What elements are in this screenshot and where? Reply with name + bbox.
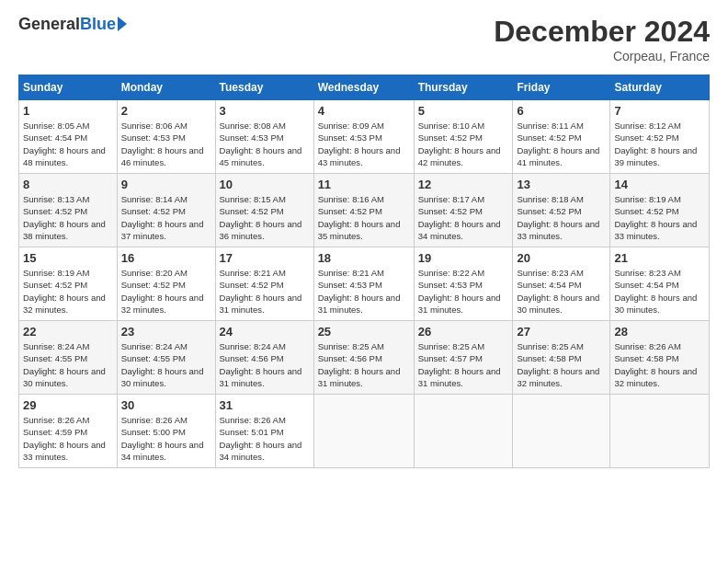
table-row [414,395,513,468]
day-number: 11 [318,178,410,191]
location-text: Corpeau, France [494,49,710,63]
day-info: Sunrise: 8:22 AMSunset: 4:53 PMDaylight:… [418,268,501,315]
day-info: Sunrise: 8:24 AMSunset: 4:55 PMDaylight:… [121,341,204,388]
col-wednesday: Wednesday [313,75,414,100]
table-row: 4 Sunrise: 8:09 AMSunset: 4:53 PMDayligh… [313,100,414,174]
day-number: 23 [121,325,211,339]
title-area: December 2024 Corpeau, France [494,15,710,63]
day-number: 18 [318,251,410,265]
day-number: 29 [23,398,113,412]
table-row: 21 Sunrise: 8:23 AMSunset: 4:54 PMDaylig… [610,247,710,321]
table-row: 23 Sunrise: 8:24 AMSunset: 4:55 PMDaylig… [117,321,215,395]
day-number: 1 [23,104,113,118]
day-info: Sunrise: 8:24 AMSunset: 4:55 PMDaylight:… [23,341,106,388]
table-row: 26 Sunrise: 8:25 AMSunset: 4:57 PMDaylig… [414,321,513,395]
day-number: 13 [517,178,606,191]
calendar-week-row: 22 Sunrise: 8:24 AMSunset: 4:55 PMDaylig… [19,321,710,395]
logo-blue-text: Blue [80,15,116,34]
day-info: Sunrise: 8:21 AMSunset: 4:53 PMDaylight:… [318,268,401,315]
day-number: 10 [220,178,310,191]
col-tuesday: Tuesday [215,75,313,100]
day-info: Sunrise: 8:09 AMSunset: 4:53 PMDaylight:… [318,121,401,167]
day-number: 26 [418,325,509,339]
day-info: Sunrise: 8:10 AMSunset: 4:52 PMDaylight:… [418,121,501,167]
day-number: 12 [418,178,509,191]
day-info: Sunrise: 8:18 AMSunset: 4:52 PMDaylight:… [517,194,599,241]
day-number: 24 [220,325,310,339]
day-number: 2 [121,104,211,118]
day-number: 16 [121,251,211,265]
day-info: Sunrise: 8:25 AMSunset: 4:57 PMDaylight:… [418,341,501,388]
table-row: 28 Sunrise: 8:26 AMSunset: 4:58 PMDaylig… [610,321,710,395]
col-friday: Friday [513,75,610,100]
day-number: 31 [220,398,310,412]
calendar-week-row: 8 Sunrise: 8:13 AMSunset: 4:52 PMDayligh… [19,174,710,247]
day-info: Sunrise: 8:25 AMSunset: 4:56 PMDaylight:… [318,341,401,388]
day-info: Sunrise: 8:11 AMSunset: 4:52 PMDaylight:… [517,121,599,167]
table-row: 9 Sunrise: 8:14 AMSunset: 4:52 PMDayligh… [117,174,215,247]
day-number: 19 [418,251,509,265]
day-number: 15 [23,251,113,265]
table-row: 3 Sunrise: 8:08 AMSunset: 4:53 PMDayligh… [215,100,313,174]
table-row: 7 Sunrise: 8:12 AMSunset: 4:52 PMDayligh… [610,100,710,174]
day-number: 6 [517,104,606,118]
calendar-header-row: Sunday Monday Tuesday Wednesday Thursday… [19,75,710,100]
day-info: Sunrise: 8:15 AMSunset: 4:52 PMDaylight:… [220,194,302,241]
day-number: 25 [318,325,410,339]
day-number: 22 [23,325,113,339]
table-row: 19 Sunrise: 8:22 AMSunset: 4:53 PMDaylig… [414,247,513,321]
col-thursday: Thursday [414,75,513,100]
day-info: Sunrise: 8:26 AMSunset: 4:58 PMDaylight:… [614,341,697,388]
table-row: 1 Sunrise: 8:05 AMSunset: 4:54 PMDayligh… [19,100,118,174]
table-row: 20 Sunrise: 8:23 AMSunset: 4:54 PMDaylig… [513,247,610,321]
day-info: Sunrise: 8:26 AMSunset: 5:00 PMDaylight:… [121,415,204,462]
day-info: Sunrise: 8:21 AMSunset: 4:52 PMDaylight:… [220,268,302,315]
day-info: Sunrise: 8:19 AMSunset: 4:52 PMDaylight:… [614,194,697,241]
table-row: 2 Sunrise: 8:06 AMSunset: 4:53 PMDayligh… [117,100,215,174]
day-info: Sunrise: 8:17 AMSunset: 4:52 PMDaylight:… [418,194,501,241]
day-number: 28 [614,325,705,339]
table-row: 8 Sunrise: 8:13 AMSunset: 4:52 PMDayligh… [19,174,118,247]
day-number: 21 [614,251,705,265]
table-row: 29 Sunrise: 8:26 AMSunset: 4:59 PMDaylig… [19,395,118,468]
day-info: Sunrise: 8:24 AMSunset: 4:56 PMDaylight:… [220,341,302,388]
day-info: Sunrise: 8:26 AMSunset: 5:01 PMDaylight:… [220,415,302,462]
day-info: Sunrise: 8:08 AMSunset: 4:53 PMDaylight:… [220,121,302,167]
col-monday: Monday [117,75,215,100]
table-row: 10 Sunrise: 8:15 AMSunset: 4:52 PMDaylig… [215,174,313,247]
col-saturday: Saturday [610,75,710,100]
table-row [610,395,710,468]
table-row: 12 Sunrise: 8:17 AMSunset: 4:52 PMDaylig… [414,174,513,247]
table-row: 31 Sunrise: 8:26 AMSunset: 5:01 PMDaylig… [215,395,313,468]
day-info: Sunrise: 8:16 AMSunset: 4:52 PMDaylight:… [318,194,401,241]
day-number: 4 [318,104,410,118]
day-number: 27 [517,325,606,339]
page-container: General Blue December 2024 Corpeau, Fran… [0,0,728,479]
day-number: 5 [418,104,509,118]
day-number: 14 [614,178,705,191]
table-row: 14 Sunrise: 8:19 AMSunset: 4:52 PMDaylig… [610,174,710,247]
day-info: Sunrise: 8:23 AMSunset: 4:54 PMDaylight:… [517,268,599,315]
calendar-week-row: 15 Sunrise: 8:19 AMSunset: 4:52 PMDaylig… [19,247,710,321]
table-row: 6 Sunrise: 8:11 AMSunset: 4:52 PMDayligh… [513,100,610,174]
day-info: Sunrise: 8:14 AMSunset: 4:52 PMDaylight:… [121,194,204,241]
day-info: Sunrise: 8:26 AMSunset: 4:59 PMDaylight:… [23,415,106,462]
day-number: 9 [121,178,211,191]
table-row: 15 Sunrise: 8:19 AMSunset: 4:52 PMDaylig… [19,247,118,321]
table-row: 18 Sunrise: 8:21 AMSunset: 4:53 PMDaylig… [313,247,414,321]
day-number: 17 [220,251,310,265]
table-row [313,395,414,468]
table-row: 24 Sunrise: 8:24 AMSunset: 4:56 PMDaylig… [215,321,313,395]
table-row: 16 Sunrise: 8:20 AMSunset: 4:52 PMDaylig… [117,247,215,321]
day-number: 30 [121,398,211,412]
logo-arrow-icon [118,17,127,31]
table-row: 27 Sunrise: 8:25 AMSunset: 4:58 PMDaylig… [513,321,610,395]
calendar-table: Sunday Monday Tuesday Wednesday Thursday… [18,75,710,468]
day-info: Sunrise: 8:25 AMSunset: 4:58 PMDaylight:… [517,341,599,388]
page-header: General Blue December 2024 Corpeau, Fran… [18,15,710,63]
day-number: 3 [220,104,310,118]
day-info: Sunrise: 8:23 AMSunset: 4:54 PMDaylight:… [614,268,697,315]
day-number: 8 [23,178,113,191]
day-info: Sunrise: 8:05 AMSunset: 4:54 PMDaylight:… [23,121,106,167]
month-title: December 2024 [494,15,710,49]
